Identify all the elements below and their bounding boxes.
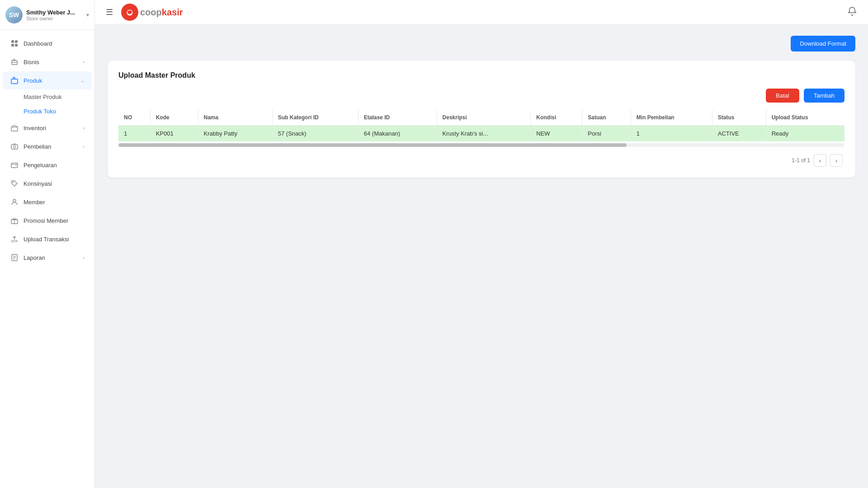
- warehouse-icon: [10, 123, 19, 132]
- content-area: Download Format Upload Master Produk Bat…: [95, 25, 868, 488]
- sidebar-item-upload-transaksi[interactable]: Upload Transaksi: [3, 230, 92, 248]
- svg-rect-10: [11, 163, 18, 168]
- chevron-down-icon-produk: ⌄: [80, 78, 85, 84]
- sidebar: SW Smithy Weber J... Store owner ▾ Dashb…: [0, 0, 95, 488]
- col-nama: Nama: [198, 110, 272, 126]
- card-actions: Batal Tambah: [118, 89, 844, 103]
- nav-label-member: Member: [24, 199, 85, 206]
- cell-sub-kategori: 57 (Snack): [272, 126, 358, 142]
- nav-label-pengeluaran: Pengeluaran: [24, 162, 85, 169]
- username: Smithy Weber J...: [26, 9, 85, 16]
- sidebar-item-promosi-member[interactable]: Promosi Member: [3, 211, 92, 230]
- main-area: ☰ coopkasir Download Format Upload Maste…: [95, 0, 868, 488]
- col-no: NO: [118, 110, 150, 126]
- nav-label-produk: Produk: [24, 77, 80, 84]
- chevron-right-icon: ›: [83, 59, 85, 65]
- table-wrapper: NO Kode Nama Sub Kategori ID Etalase ID …: [118, 110, 844, 141]
- cell-status: ACTIVE: [712, 126, 766, 142]
- cell-etalase: 64 (Makanan): [358, 126, 437, 142]
- sidebar-item-pengeluaran[interactable]: Pengeluaran: [3, 156, 92, 174]
- sidebar-nav: Dashboard Bisnis › Produk ⌄ Master Produ…: [0, 30, 94, 488]
- cell-deskripsi: Krusty Krab's si...: [437, 126, 531, 142]
- sidebar-user-header[interactable]: SW Smithy Weber J... Store owner ▾: [0, 0, 94, 30]
- sidebar-item-bisnis[interactable]: Bisnis ›: [3, 53, 92, 71]
- cell-no: 1: [118, 126, 150, 142]
- cell-satuan: Porsi: [582, 126, 631, 142]
- download-format-button[interactable]: Download Format: [791, 36, 855, 52]
- nav-label-pembelian: Pembelian: [24, 143, 83, 150]
- batal-button[interactable]: Batal: [766, 89, 799, 103]
- logo: coopkasir: [120, 3, 183, 22]
- pagination-prev-button[interactable]: ‹: [814, 154, 826, 167]
- sidebar-item-produk[interactable]: Produk ⌄: [3, 71, 92, 89]
- svg-rect-1: [15, 40, 18, 43]
- chevron-right-icon-lap: ›: [83, 255, 85, 260]
- briefcase-icon: [10, 57, 19, 66]
- sub-item-label-toko: Produk Toko: [24, 108, 56, 115]
- menu-icon[interactable]: ☰: [106, 7, 113, 17]
- col-kondisi: Kondisi: [531, 110, 582, 126]
- svg-rect-3: [15, 44, 18, 47]
- nav-label-konsinyasi: Konsinyasi: [24, 180, 85, 187]
- upload-master-produk-card: Upload Master Produk Batal Tambah NO Kod…: [108, 61, 855, 178]
- svg-rect-7: [11, 127, 18, 131]
- logo-icon: [120, 3, 139, 22]
- tambah-button[interactable]: Tambah: [804, 89, 844, 103]
- svg-rect-2: [11, 44, 14, 47]
- nav-label-laporan: Laporan: [24, 254, 83, 261]
- user-info: Smithy Weber J... Store owner: [26, 9, 85, 21]
- cell-upload-status: Ready: [766, 126, 844, 142]
- pagination-next-button[interactable]: ›: [830, 154, 843, 167]
- svg-point-13: [13, 199, 16, 202]
- sidebar-item-produk-toko[interactable]: Produk Toko: [3, 104, 92, 118]
- svg-rect-8: [11, 145, 18, 149]
- nav-label-bisnis: Bisnis: [24, 59, 83, 66]
- svg-point-12: [13, 182, 14, 183]
- sub-item-label-master: Master Produk: [24, 94, 62, 100]
- nav-label-promosi-member: Promosi Member: [24, 217, 85, 224]
- svg-rect-15: [12, 240, 17, 242]
- pagination-info: 1-1 of 1: [792, 157, 810, 164]
- download-btn-wrapper: Download Format: [108, 36, 855, 52]
- camera-icon: [10, 142, 19, 151]
- wallet-icon: [10, 160, 19, 169]
- table-row[interactable]: 1 KP001 Krabby Patty 57 (Snack) 64 (Maka…: [118, 126, 844, 142]
- cell-kode: KP001: [150, 126, 198, 142]
- col-etalase: Etalase ID: [358, 110, 437, 126]
- col-min-pembelian: Min Pembelian: [631, 110, 712, 126]
- upload-table: NO Kode Nama Sub Kategori ID Etalase ID …: [118, 110, 844, 141]
- sidebar-item-master-produk[interactable]: Master Produk: [3, 90, 92, 104]
- col-sub-kategori: Sub Kategori ID: [272, 110, 358, 126]
- nav-label-dashboard: Dashboard: [24, 40, 85, 47]
- sidebar-item-laporan[interactable]: Laporan ›: [3, 249, 92, 267]
- table-footer: 1-1 of 1 ‹ ›: [118, 149, 844, 167]
- sidebar-item-konsinyasi[interactable]: Konsinyasi: [3, 174, 92, 192]
- logo-text: coopkasir: [140, 7, 183, 18]
- cell-min-pembelian: 1: [631, 126, 712, 142]
- box-icon: [10, 76, 19, 85]
- svg-point-9: [14, 146, 16, 148]
- person-icon: [10, 197, 19, 206]
- tag-icon: [10, 179, 19, 188]
- svg-point-11: [16, 165, 17, 166]
- chevron-right-icon-inv: ›: [83, 125, 85, 131]
- sidebar-item-member[interactable]: Member: [3, 193, 92, 211]
- svg-rect-0: [11, 40, 14, 43]
- card-title: Upload Master Produk: [118, 71, 844, 80]
- table-header-row: NO Kode Nama Sub Kategori ID Etalase ID …: [118, 110, 844, 126]
- col-kode: Kode: [150, 110, 198, 126]
- cell-nama: Krabby Patty: [198, 126, 272, 142]
- avatar: SW: [5, 6, 23, 23]
- gift-icon: [10, 216, 19, 225]
- sidebar-item-pembelian[interactable]: Pembelian ›: [3, 137, 92, 155]
- sidebar-item-dashboard[interactable]: Dashboard: [3, 34, 92, 52]
- svg-point-21: [127, 10, 132, 14]
- col-status: Status: [712, 110, 766, 126]
- chevron-right-icon-pem: ›: [83, 144, 85, 149]
- sidebar-item-inventori[interactable]: Inventori ›: [3, 119, 92, 137]
- col-deskripsi: Deskripsi: [437, 110, 531, 126]
- user-role: Store owner: [26, 16, 85, 21]
- col-satuan: Satuan: [582, 110, 631, 126]
- grid-icon: [10, 39, 19, 48]
- notification-bell-icon[interactable]: [847, 6, 857, 19]
